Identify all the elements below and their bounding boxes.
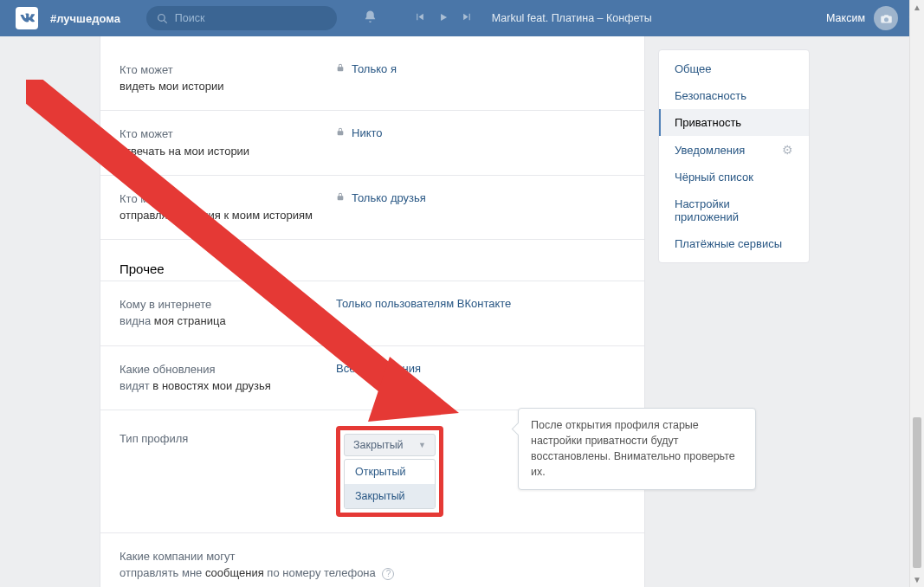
lock-icon [336, 62, 345, 75]
sidebar-item-general[interactable]: Общее [659, 55, 809, 82]
sidebar-item-security[interactable]: Безопасность [659, 82, 809, 109]
scroll-thumb[interactable] [913, 417, 921, 568]
scroll-up-icon[interactable]: ▲ [910, 0, 925, 15]
search-icon [157, 13, 168, 24]
svg-point-0 [158, 14, 165, 21]
svg-line-1 [165, 20, 167, 23]
lock-icon [336, 126, 345, 139]
caret-down-icon: ▼ [418, 441, 426, 449]
notifications-icon[interactable] [363, 10, 378, 27]
setting-row[interactable]: Кто может отвечать на мои истории Никто [100, 111, 644, 175]
lock-icon [336, 191, 345, 204]
profile-type-dropdown-highlight: Закрытый ▼ Открытый Закрытый [336, 426, 443, 517]
sidebar-item-blacklist[interactable]: Чёрный список [659, 164, 809, 190]
setting-row[interactable]: Кто может видеть мои истории Только я [100, 47, 644, 111]
vk-logo[interactable] [16, 7, 38, 29]
top-header: #лучшедома Поиск Markul feat. Платина – … [0, 0, 924, 36]
scroll-down-icon[interactable]: ▼ [910, 572, 925, 587]
setting-row[interactable]: Какие компании могут отправлять мне сооб… [100, 533, 644, 587]
avatar [874, 6, 898, 30]
header-hashtag[interactable]: #лучшедома [50, 12, 120, 25]
settings-panel: Кто может видеть мои истории Только я Кт… [100, 36, 645, 587]
section-title-other: Прочее [100, 240, 644, 281]
setting-row[interactable]: Кому в интернете видна моя страница Толь… [100, 281, 644, 345]
next-track-icon[interactable] [462, 11, 473, 25]
option-closed[interactable]: Закрытый [345, 484, 435, 508]
setting-row[interactable]: Кто может отправлять мнения к моим истор… [100, 176, 644, 240]
search-placeholder: Поиск [175, 12, 205, 24]
username: Максим [826, 12, 865, 24]
sidebar-item-apps[interactable]: Настройки приложений [659, 190, 809, 230]
sidebar-item-privacy[interactable]: Приватность [659, 109, 809, 136]
page-scrollbar[interactable]: ▲ ▼ [909, 0, 924, 587]
option-open[interactable]: Открытый [345, 460, 435, 484]
current-track[interactable]: Markul feat. Платина – Конфеты [492, 12, 652, 24]
prev-track-icon[interactable] [414, 11, 425, 25]
sidebar-item-payments[interactable]: Платёжные сервисы [659, 230, 809, 257]
play-icon[interactable] [437, 11, 449, 26]
help-icon[interactable]: ? [382, 568, 394, 580]
search-input[interactable]: Поиск [146, 6, 337, 30]
camera-icon [880, 12, 893, 25]
user-menu[interactable]: Максим [826, 6, 915, 30]
profile-type-tooltip: После открытия профиля старые настройки … [518, 408, 756, 490]
profile-type-options: Открытый Закрытый [344, 459, 436, 509]
audio-player: Markul feat. Платина – Конфеты [414, 11, 652, 26]
settings-sidebar: Общее Безопасность Приватность Уведомлен… [658, 49, 810, 263]
gear-icon[interactable]: ⚙ [782, 143, 793, 157]
setting-row[interactable]: Какие обновления видят в новостях мои др… [100, 346, 644, 410]
profile-type-select[interactable]: Закрытый ▼ [344, 434, 436, 456]
vk-logo-icon [19, 10, 35, 26]
sidebar-item-notifications[interactable]: Уведомления⚙ [659, 136, 809, 164]
